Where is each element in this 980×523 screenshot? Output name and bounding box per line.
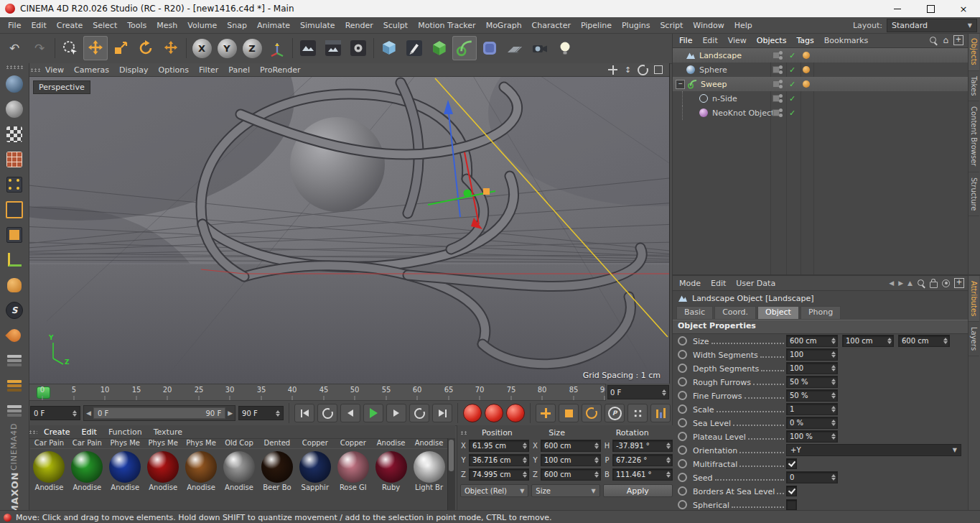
- deformer-button[interactable]: [477, 36, 502, 60]
- position-y-field[interactable]: 36.716 cm: [469, 454, 529, 466]
- mat-menu-function[interactable]: Function: [103, 426, 147, 438]
- floor-environment-button[interactable]: [503, 36, 527, 60]
- edges-mode-button[interactable]: [3, 198, 26, 221]
- tab-basic[interactable]: Basic: [676, 306, 713, 319]
- viewport-menu-filter[interactable]: Filter: [194, 64, 223, 76]
- texture-mode-button[interactable]: [3, 123, 26, 146]
- keyframe-circle-icon[interactable]: [678, 350, 687, 359]
- material-item[interactable]: Car Pain Anodise: [30, 439, 68, 493]
- rough-furrows-field[interactable]: 50 %: [786, 376, 838, 388]
- home-icon[interactable]: ⌂: [943, 35, 948, 45]
- rotation-b-field[interactable]: 111.461 °: [612, 468, 673, 481]
- last-tool-button[interactable]: [159, 36, 183, 60]
- material-item[interactable]: Phys Me Anodise: [182, 439, 220, 493]
- borders-at-sea-level-checkbox[interactable]: [786, 486, 797, 496]
- width-segments-field[interactable]: 100: [786, 348, 838, 361]
- menu-render[interactable]: Render: [340, 19, 378, 32]
- end-frame-field[interactable]: 90 F: [238, 406, 284, 420]
- mat-menu-create[interactable]: Create: [39, 426, 75, 438]
- material-item[interactable]: Dented Beer Bo: [258, 439, 296, 493]
- scale-tool-button[interactable]: [108, 36, 133, 60]
- material-preview[interactable]: [337, 451, 369, 483]
- points-mode-button[interactable]: [3, 173, 26, 196]
- live-selection-button[interactable]: [58, 36, 83, 60]
- menu-pipeline[interactable]: Pipeline: [576, 19, 617, 32]
- dock-tab-content-browser[interactable]: Content Browser: [969, 101, 979, 172]
- keyframe-circle-icon[interactable]: [678, 391, 687, 400]
- minimize-button[interactable]: [881, 0, 914, 17]
- material-preview[interactable]: [71, 451, 103, 483]
- camera-label[interactable]: Perspective: [33, 80, 90, 94]
- keyframe-circle-icon[interactable]: [678, 418, 687, 427]
- apply-button[interactable]: Apply: [603, 484, 673, 497]
- pan-view-button[interactable]: [607, 65, 618, 75]
- visibility-dots[interactable]: [779, 51, 783, 60]
- render-picture-viewer-button[interactable]: [321, 36, 345, 60]
- tab-coord[interactable]: Coord.: [714, 306, 756, 319]
- size-z-field[interactable]: 600 cm: [898, 335, 950, 347]
- menu-edit[interactable]: Edit: [26, 19, 51, 32]
- material-preview[interactable]: [261, 451, 293, 483]
- menu-window[interactable]: Window: [688, 19, 729, 32]
- keyframe-presets-button[interactable]: [650, 404, 671, 422]
- position-x-field[interactable]: 61.95 cm: [469, 440, 529, 452]
- keyframe-circle-icon[interactable]: [678, 459, 687, 468]
- play-button[interactable]: [363, 404, 383, 422]
- multifractal-checkbox[interactable]: [786, 458, 797, 469]
- material-item[interactable]: Phys Me Anodise: [144, 439, 182, 493]
- record-keyframe-button[interactable]: [463, 404, 482, 422]
- om-menu-file[interactable]: File: [674, 34, 697, 47]
- size-x-field[interactable]: 600 cm: [541, 440, 601, 452]
- keyframe-circle-icon[interactable]: [678, 486, 687, 496]
- menu-sculpt[interactable]: Sculpt: [378, 19, 413, 32]
- tab-object[interactable]: Object: [757, 306, 799, 319]
- viewport-menu-view[interactable]: View: [40, 64, 69, 76]
- viewport-grip[interactable]: [30, 68, 40, 72]
- keyframe-circle-icon[interactable]: [678, 445, 687, 455]
- takes-palette-button[interactable]: [3, 374, 26, 397]
- material-preview[interactable]: [109, 451, 141, 483]
- goto-end-button[interactable]: [432, 404, 452, 422]
- target-icon[interactable]: [942, 279, 950, 287]
- menu-create[interactable]: Create: [52, 19, 88, 32]
- fine-furrows-field[interactable]: 50 %: [786, 389, 838, 402]
- record-parameter-toggle[interactable]: P: [605, 404, 625, 422]
- menu-file[interactable]: File: [3, 19, 26, 32]
- material-tag-icon[interactable]: [803, 52, 810, 59]
- tag-palette-button[interactable]: [3, 399, 26, 422]
- record-pla-toggle[interactable]: [627, 404, 648, 422]
- close-button[interactable]: ×: [947, 0, 980, 17]
- tree-row-neoknot[interactable]: NeoKnot Object ✓: [673, 106, 969, 120]
- material-tag-icon[interactable]: [803, 80, 810, 88]
- material-item[interactable]: Phys Me Anodise: [106, 439, 144, 493]
- layout-select[interactable]: Standard ▼: [887, 19, 977, 32]
- material-preview[interactable]: [147, 451, 179, 483]
- make-editable-button[interactable]: [3, 73, 26, 96]
- rotation-p-field[interactable]: 67.226 °: [612, 454, 673, 466]
- menu-plugins[interactable]: Plugins: [617, 19, 655, 32]
- palette-grip[interactable]: [6, 65, 23, 69]
- am-menu-user-data[interactable]: User Data: [731, 277, 780, 290]
- coordinate-system-button[interactable]: [265, 36, 289, 60]
- coords-grip[interactable]: [460, 431, 467, 435]
- goto-start-button[interactable]: [294, 404, 314, 422]
- autokeying-button[interactable]: [485, 404, 503, 422]
- om-menu-objects[interactable]: Objects: [752, 34, 792, 47]
- material-item[interactable]: Copper Sapphir: [296, 439, 334, 493]
- menu-select[interactable]: Select: [88, 19, 122, 32]
- enabled-check-icon[interactable]: ✓: [789, 65, 795, 75]
- menu-help[interactable]: Help: [729, 19, 757, 32]
- viewport-menu-display[interactable]: Display: [114, 64, 154, 76]
- keyframe-selection-button[interactable]: [506, 404, 525, 422]
- material-item[interactable]: Old Cop Anodise: [220, 439, 258, 493]
- y-axis-lock-button[interactable]: Y: [215, 36, 239, 60]
- toggle-view-button[interactable]: [653, 65, 663, 75]
- material-preview[interactable]: [33, 451, 65, 483]
- material-grip[interactable]: [29, 430, 37, 434]
- snap-button[interactable]: S: [3, 299, 26, 322]
- record-rotation-toggle[interactable]: [582, 404, 602, 422]
- material-preview[interactable]: [414, 451, 445, 483]
- seed-field[interactable]: 0: [786, 471, 838, 483]
- search-icon[interactable]: [929, 36, 938, 45]
- menu-simulate[interactable]: Simulate: [295, 19, 340, 32]
